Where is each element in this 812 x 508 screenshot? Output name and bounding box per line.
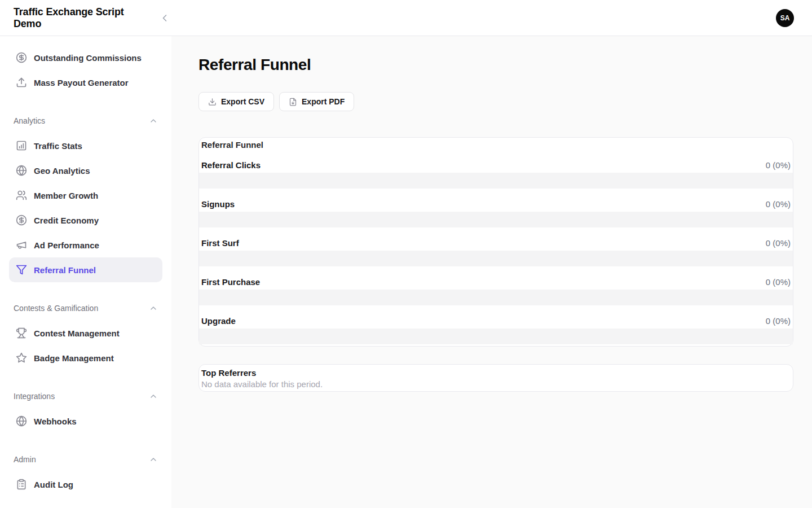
funnel-stage-bar	[199, 290, 793, 305]
file-down-icon	[289, 98, 297, 106]
top-referrers-title: Top Referrers	[201, 367, 791, 379]
funnel-stage-bar	[199, 251, 793, 266]
avatar[interactable]: SA	[776, 9, 794, 27]
top-referrers-card: Top Referrers No data available for this…	[198, 364, 793, 392]
funnel-stage-row: Upgrade 0 (0%)	[199, 317, 793, 326]
page-title: Referral Funnel	[198, 55, 793, 74]
top-referrers-empty-message: No data available for this period.	[201, 379, 791, 389]
sidebar-item-member-growth[interactable]: Member Growth	[9, 183, 162, 208]
megaphone-icon	[16, 239, 27, 251]
export-toolbar: Export CSV Export PDF	[198, 92, 793, 111]
sidebar-section-contests-gamification[interactable]: Contests & Gamification	[14, 303, 158, 314]
sidebar-item-label: Credit Economy	[34, 216, 99, 225]
funnel-stage-bar	[199, 212, 793, 227]
chevron-left-icon	[159, 12, 170, 24]
sidebar-item-label: Mass Payout Generator	[34, 78, 129, 87]
section-label: Contests & Gamification	[14, 304, 98, 313]
sidebar-item-label: Outstanding Commissions	[34, 53, 142, 63]
export-csv-button[interactable]: Export CSV	[198, 92, 274, 111]
users-icon	[16, 190, 27, 201]
section-label: Analytics	[14, 116, 45, 125]
sidebar-item-label: Traffic Stats	[34, 141, 82, 151]
sidebar-item-traffic-stats[interactable]: Traffic Stats	[9, 133, 162, 158]
section-label: Admin	[14, 455, 36, 464]
main-content: Referral Funnel Export CSV Export PDF Re…	[171, 36, 812, 508]
bar-chart-icon	[16, 140, 27, 151]
funnel-stage-label: First Surf	[201, 239, 239, 248]
funnel-stage-bar	[199, 329, 793, 344]
sidebar-collapse-button[interactable]	[157, 10, 173, 26]
sidebar-item-webhooks[interactable]: Webhooks	[9, 409, 162, 433]
funnel-stage-row: First Purchase 0 (0%)	[199, 278, 793, 287]
chevron-up-icon	[149, 392, 158, 401]
funnel-stage-label: Referral Clicks	[201, 161, 261, 170]
app-title: Traffic Exchange Script Demo	[14, 6, 144, 30]
sidebar-item-label: Member Growth	[34, 191, 98, 200]
circle-dollar-icon	[16, 52, 27, 63]
sidebar-section-admin[interactable]: Admin	[14, 454, 158, 465]
referral-funnel-card: Referral Funnel Referral Clicks 0 (0%) S…	[198, 137, 793, 347]
funnel-stage-value: 0 (0%)	[766, 317, 791, 326]
sidebar-item-badge-management[interactable]: Badge Management	[9, 345, 162, 370]
download-icon	[208, 98, 217, 106]
sidebar-item-audit-log[interactable]: Audit Log	[9, 472, 162, 497]
sidebar-item-contest-management[interactable]: Contest Management	[9, 321, 162, 345]
sidebar-item-credit-economy[interactable]: Credit Economy	[9, 208, 162, 233]
funnel-stage-label: Signups	[201, 200, 235, 209]
chevron-up-icon	[149, 304, 158, 313]
star-icon	[16, 352, 27, 364]
sidebar-item-outstanding-commissions[interactable]: Outstanding Commissions	[9, 45, 162, 70]
funnel-card-title: Referral Funnel	[199, 141, 793, 150]
sidebar-item-label: Geo Analytics	[34, 166, 90, 176]
export-csv-label: Export CSV	[221, 97, 264, 106]
chevron-up-icon	[149, 116, 158, 125]
section-label: Integrations	[14, 392, 55, 401]
globe-icon	[16, 415, 27, 427]
circle-dollar-icon	[16, 214, 27, 226]
funnel-stage-label: First Purchase	[201, 278, 260, 287]
sidebar-item-label: Referral Funnel	[34, 265, 96, 275]
sidebar-section-integrations[interactable]: Integrations	[14, 391, 158, 402]
sidebar-item-referral-funnel[interactable]: Referral Funnel	[9, 257, 162, 282]
sidebar-section-analytics[interactable]: Analytics	[14, 115, 158, 126]
sidebar-item-label: Contest Management	[34, 329, 120, 338]
sidebar-item-label: Ad Performance	[34, 240, 99, 250]
funnel-stage-value: 0 (0%)	[766, 161, 791, 170]
funnel-stage-value: 0 (0%)	[766, 278, 791, 287]
sidebar-item-label: Webhooks	[34, 417, 77, 426]
upload-icon	[16, 77, 27, 88]
sidebar-item-label: Audit Log	[34, 480, 73, 489]
funnel-stage-row: Referral Clicks 0 (0%)	[199, 161, 793, 170]
export-pdf-label: Export PDF	[302, 97, 345, 106]
funnel-stage-value: 0 (0%)	[766, 200, 791, 209]
clipboard-icon	[16, 479, 27, 490]
sidebar-item-mass-payout-generator[interactable]: Mass Payout Generator	[9, 70, 162, 95]
funnel-stage-row: First Surf 0 (0%)	[199, 239, 793, 248]
funnel-stage-row: Signups 0 (0%)	[199, 200, 793, 209]
globe-icon	[16, 165, 27, 176]
top-header: Traffic Exchange Script Demo SA	[0, 0, 812, 36]
export-pdf-button[interactable]: Export PDF	[279, 92, 354, 111]
sidebar: Outstanding Commissions Mass Payout Gene…	[0, 36, 171, 508]
sidebar-item-geo-analytics[interactable]: Geo Analytics	[9, 158, 162, 183]
chevron-up-icon	[149, 455, 158, 464]
funnel-stage-value: 0 (0%)	[766, 239, 791, 248]
funnel-stage-bar	[199, 173, 793, 189]
trophy-icon	[16, 327, 27, 339]
sidebar-item-ad-performance[interactable]: Ad Performance	[9, 233, 162, 257]
funnel-icon	[16, 264, 27, 275]
sidebar-item-label: Badge Management	[34, 353, 114, 363]
funnel-stage-label: Upgrade	[201, 317, 236, 326]
